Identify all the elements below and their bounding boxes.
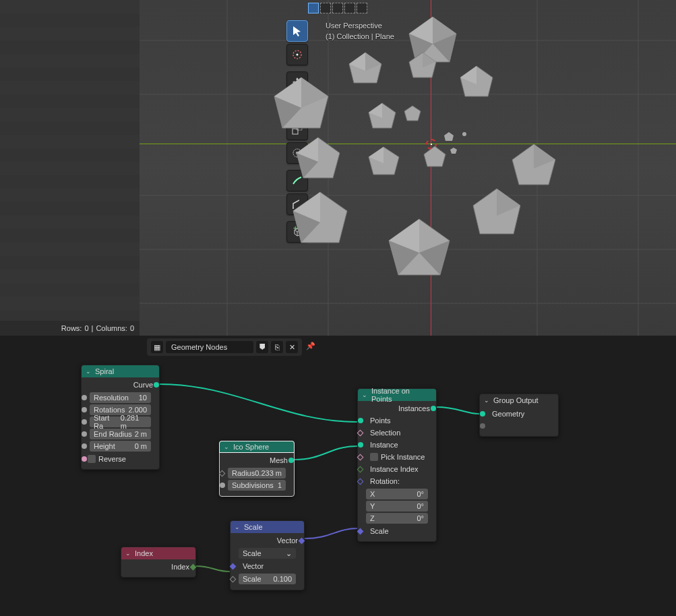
icosphere-mesh bbox=[462, 131, 467, 137]
field-radius[interactable]: Radius0.233 m bbox=[228, 468, 286, 479]
cols-value: 0 bbox=[130, 324, 134, 332]
node-header: ⌄Ico Sphere bbox=[219, 441, 295, 453]
selection-mode-toggles bbox=[308, 3, 367, 13]
node-group-output[interactable]: ⌄Group Output Geometry bbox=[479, 394, 559, 437]
node-instance-on-points[interactable]: ⌄Instance on Points Instances Points Sel… bbox=[357, 388, 437, 542]
spreadsheet-panel: Rows: 0 | Columns: 0 bbox=[0, 0, 140, 336]
node-scale[interactable]: ⌄Scale Vector Scale⌄ Vector Scale0.100 bbox=[230, 520, 305, 590]
svg-marker-44 bbox=[444, 132, 454, 141]
checkbox-reverse[interactable]: Reverse bbox=[84, 453, 156, 465]
icosphere-mesh bbox=[421, 145, 448, 172]
icosphere-mesh bbox=[450, 147, 458, 155]
svg-marker-9 bbox=[293, 26, 301, 36]
pin-icon[interactable]: 📌 bbox=[306, 342, 315, 350]
3d-viewport[interactable]: User Perspective (1) Collection | Plane … bbox=[140, 0, 676, 336]
node-spiral[interactable]: ⌄Spiral Curve Resolution10 Rotations2.00… bbox=[81, 365, 160, 470]
field-start-radius[interactable]: Start Ra0.281 m bbox=[90, 417, 151, 427]
svg-point-46 bbox=[462, 132, 466, 136]
browse-nodetree-icon[interactable]: ▦ bbox=[151, 341, 163, 353]
svg-marker-37 bbox=[404, 106, 421, 121]
view-perspective: User Perspective bbox=[326, 20, 394, 31]
status-bar: Rows: 0 | Columns: 0 bbox=[0, 321, 140, 336]
icosphere-mesh bbox=[291, 135, 345, 189]
field-end-radius[interactable]: End Radius2 m bbox=[90, 429, 151, 439]
icosphere-mesh bbox=[286, 189, 354, 256]
cursor-tool[interactable] bbox=[286, 44, 308, 65]
viewport-info: User Perspective (1) Collection | Plane bbox=[326, 20, 394, 42]
svg-point-11 bbox=[297, 54, 299, 56]
icosphere-mesh bbox=[365, 101, 399, 135]
shield-icon[interactable]: ⛊ bbox=[256, 341, 268, 353]
node-header: ⌄Index bbox=[121, 547, 195, 559]
rows-value: 0 bbox=[84, 324, 88, 332]
icosphere-mesh bbox=[365, 145, 402, 182]
field-scale[interactable]: Scale0.100 bbox=[239, 574, 296, 584]
icosphere-mesh bbox=[406, 51, 439, 84]
nodetree-name[interactable]: Geometry Nodes bbox=[166, 341, 253, 353]
svg-marker-41 bbox=[369, 147, 399, 175]
svg-marker-43 bbox=[424, 146, 445, 166]
node-editor-header: ▦ Geometry Nodes ⛊ ⎘ ✕ bbox=[147, 338, 302, 356]
mode-1-icon[interactable] bbox=[308, 3, 319, 13]
field-resolution[interactable]: Resolution10 bbox=[90, 392, 151, 403]
icosphere-mesh bbox=[456, 64, 497, 104]
node-header: ⌄Instance on Points bbox=[358, 389, 436, 401]
mode-5-icon[interactable] bbox=[357, 3, 367, 13]
icosphere-mesh bbox=[443, 131, 455, 144]
rows-label: Rows: bbox=[61, 324, 82, 332]
icosphere-mesh bbox=[402, 104, 423, 125]
node-editor[interactable]: ▦ Geometry Nodes ⛊ ⎘ ✕ 📌 ⌄Spiral Curve R… bbox=[0, 336, 676, 616]
node-header: ⌄Scale bbox=[231, 521, 304, 533]
icosphere-mesh bbox=[268, 74, 335, 142]
view-object-path: (1) Collection | Plane bbox=[326, 31, 394, 42]
select-mode[interactable]: Scale⌄ bbox=[239, 548, 296, 559]
mode-2-icon[interactable] bbox=[320, 3, 331, 13]
mode-4-icon[interactable] bbox=[344, 3, 355, 13]
node-header: ⌄Spiral bbox=[82, 365, 159, 377]
field-height[interactable]: Height0 m bbox=[90, 441, 151, 452]
node-index[interactable]: ⌄Index Index bbox=[121, 547, 196, 578]
icosphere-mesh bbox=[345, 51, 386, 91]
cols-label: Columns: bbox=[96, 324, 127, 332]
unlink-icon[interactable]: ✕ bbox=[286, 341, 298, 353]
mode-3-icon[interactable] bbox=[332, 3, 343, 13]
svg-marker-45 bbox=[450, 148, 457, 154]
node-ico-sphere[interactable]: ⌄Ico Sphere Mesh Radius0.233 m Subdivisi… bbox=[219, 441, 295, 497]
x-axis bbox=[140, 144, 676, 144]
icosphere-mesh bbox=[382, 216, 456, 290]
node-header: ⌄Group Output bbox=[480, 394, 558, 406]
duplicate-icon[interactable]: ⎘ bbox=[271, 341, 283, 353]
field-subdivisions[interactable]: Subdivisions1 bbox=[228, 480, 286, 491]
select-tool[interactable] bbox=[286, 20, 308, 42]
icosphere-mesh bbox=[507, 142, 561, 195]
